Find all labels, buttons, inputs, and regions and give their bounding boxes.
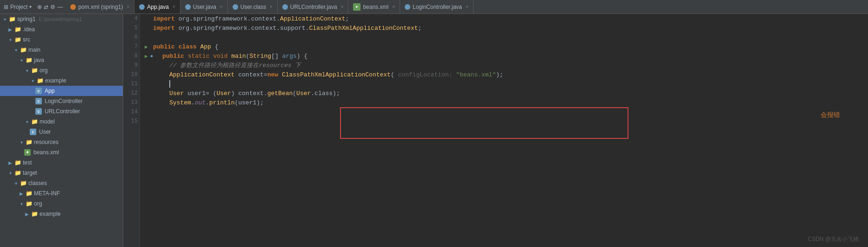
tab-label-url-controller: URLController.java — [290, 4, 337, 10]
code-lines[interactable]: import org.springframework.context.Appli… — [140, 14, 868, 247]
project-label[interactable]: Project — [10, 4, 27, 10]
folder-target-icon: 📁 — [14, 170, 21, 176]
folder-classes-icon: 📁 — [20, 180, 27, 186]
sidebar-item-model[interactable]: ▾ 📁 model — [0, 117, 123, 127]
folder-org-icon: 📁 — [31, 67, 38, 74]
tab-label-user-class: User.class — [240, 4, 266, 10]
close-user-class[interactable]: × — [270, 4, 273, 9]
sidebar-item-LoginController[interactable]: c LoginController — [0, 96, 123, 106]
sidebar-item-example-target[interactable]: ▶ 📁 example — [0, 209, 123, 219]
tab-beans-xml[interactable]: ✦ beans.xml × — [348, 0, 400, 14]
arrow-java: ▾ — [19, 58, 24, 63]
line-num-10: 10 — [125, 70, 138, 79]
tab-user-java[interactable]: User.java × — [180, 0, 228, 14]
sidebar-item-URLController[interactable]: c URLController — [0, 106, 123, 117]
line-num-8: 8 — [125, 51, 138, 61]
code-line-5: import org.springframework.context.suppo… — [144, 23, 868, 33]
project-grid-icon: ⊞ — [4, 4, 8, 10]
folder-meta-inf-icon: 📁 — [26, 190, 33, 197]
run-arrow-8[interactable]: ▶ — [145, 53, 148, 59]
code-text-8: public static void main(String[] args) { — [153, 53, 307, 60]
sidebar-label-App: App — [45, 88, 54, 94]
sidebar-label-target: target — [23, 170, 37, 176]
minus-icon[interactable]: — — [57, 4, 63, 10]
settings-icon[interactable]: ⚙ — [50, 4, 55, 10]
project-section[interactable]: ⊞ Project ▾ ⊕ ⇄ ⚙ — — [4, 4, 63, 10]
close-pom-xml[interactable]: × — [127, 4, 129, 9]
line-numbers: 4 5 6 7 8 9 10 11 12 13 14 15 — [123, 14, 140, 247]
sidebar-label-src: src — [23, 36, 30, 43]
line-num-6: 6 — [125, 33, 138, 42]
code-text-7: public class App { — [153, 43, 218, 50]
run-arrow-7[interactable]: ▶ — [145, 44, 148, 50]
sidebar-item-main[interactable]: ▾ 📁 main — [0, 45, 123, 55]
tab-label-user-java: User.java — [193, 4, 216, 10]
app-file-icon: c — [35, 88, 42, 94]
sidebar-label-URLController: URLController — [45, 108, 80, 115]
code-line-11 — [144, 79, 868, 89]
code-line-12: User user1= (User) context.getBean(User.… — [144, 89, 868, 98]
sidebar-item-org-target[interactable]: ▾ 📁 org — [0, 199, 123, 209]
sidebar-item-meta-inf[interactable]: ▶ 📁 META-INF — [0, 188, 123, 199]
sidebar-label-beans-xml: beans.xml — [33, 149, 59, 156]
sidebar-item-spring1[interactable]: ▾ 📁 spring1 E:\javaweb\spring1 — [0, 14, 123, 24]
tab-pom-xml[interactable]: pom.xml (spring1) × — [66, 0, 134, 14]
arrow-model: ▾ — [24, 119, 30, 124]
arrow-org-target: ▾ — [19, 201, 24, 206]
sidebar-item-org[interactable]: ▾ 📁 org — [0, 65, 123, 75]
close-beans-xml[interactable]: × — [392, 4, 395, 9]
line-num-12: 12 — [125, 89, 138, 98]
tab-url-controller[interactable]: URLController.java × — [278, 0, 349, 14]
main-content: ▾ 📁 spring1 E:\javaweb\spring1 ▶ 📁 .idea… — [0, 14, 868, 247]
code-line-6 — [144, 33, 868, 42]
sidebar-item-idea[interactable]: ▶ 📁 .idea — [0, 24, 123, 34]
folder-org-target-icon: 📁 — [26, 200, 33, 207]
sidebar-item-User[interactable]: c User — [0, 127, 123, 137]
project-dropdown-icon: ▾ — [29, 4, 32, 9]
arrow-src: ▾ — [7, 37, 13, 42]
arrow-test: ▶ — [7, 160, 13, 165]
arrow-resources: ▾ — [19, 140, 24, 145]
line-num-4: 4 — [125, 14, 138, 23]
sidebar-item-src[interactable]: ▾ 📁 src — [0, 34, 123, 45]
folder-idea-icon: 📁 — [14, 26, 21, 33]
line-num-7: 7 — [125, 42, 138, 51]
sidebar-item-resources[interactable]: ▾ 📁 resources — [0, 137, 123, 147]
sidebar-item-App[interactable]: c App — [0, 86, 123, 96]
code-line-4: import org.springframework.context.Appli… — [144, 14, 868, 23]
arrow-example: ▾ — [30, 78, 35, 83]
close-url-controller[interactable]: × — [341, 4, 344, 9]
sidebar-item-java[interactable]: ▾ 📁 java — [0, 55, 123, 65]
code-body: 4 5 6 7 8 9 10 11 12 13 14 15 import org… — [123, 14, 868, 247]
code-line-7: ▶ public class App { — [144, 42, 868, 51]
sidebar-item-example[interactable]: ▾ 📁 example — [0, 75, 123, 86]
tab-label-beans-xml: beans.xml — [363, 4, 388, 10]
close-user-java[interactable]: × — [220, 4, 223, 9]
arrow-target: ▾ — [7, 171, 13, 176]
sidebar-item-classes[interactable]: ▾ 📁 classes — [0, 178, 123, 188]
sidebar-label-meta-inf: META-INF — [34, 190, 60, 197]
bookmark-8: ◆ — [150, 53, 153, 59]
code-text-9: // 参数文件路径为根路径直接在resources 下 — [169, 61, 301, 69]
line-num-5: 5 — [125, 23, 138, 33]
sidebar-item-beans-xml[interactable]: ✦ beans.xml — [0, 147, 123, 158]
sidebar-item-target[interactable]: ▾ 📁 target — [0, 168, 123, 178]
close-login-controller[interactable]: × — [466, 4, 468, 9]
sidebar-label-test: test — [23, 159, 32, 166]
sync-icon[interactable]: ⇄ — [44, 4, 48, 10]
arrow-org: ▾ — [24, 68, 30, 73]
close-app-java[interactable]: × — [173, 4, 175, 9]
folder-java-icon: 📁 — [26, 57, 33, 63]
code-line-14 — [144, 107, 868, 117]
folder-resources-icon: 📁 — [26, 139, 33, 145]
code-editor[interactable]: 4 5 6 7 8 9 10 11 12 13 14 15 import org… — [123, 14, 868, 247]
code-text-5: import org.springframework.context.suppo… — [153, 25, 421, 32]
code-line-10: ApplicationContext context=new ClassPath… — [144, 70, 868, 79]
sidebar-item-test[interactable]: ▶ 📁 test — [0, 158, 123, 168]
code-text-13: System.out.println(user1); — [169, 99, 264, 106]
add-icon[interactable]: ⊕ — [37, 4, 42, 10]
tab-app-java[interactable]: App.java × — [134, 0, 180, 14]
tab-login-controller[interactable]: LoginController.java × — [400, 0, 474, 14]
tab-user-class[interactable]: User.class × — [228, 0, 278, 14]
top-bar: ⊞ Project ▾ ⊕ ⇄ ⚙ — pom.xml (spring1) × … — [0, 0, 868, 14]
